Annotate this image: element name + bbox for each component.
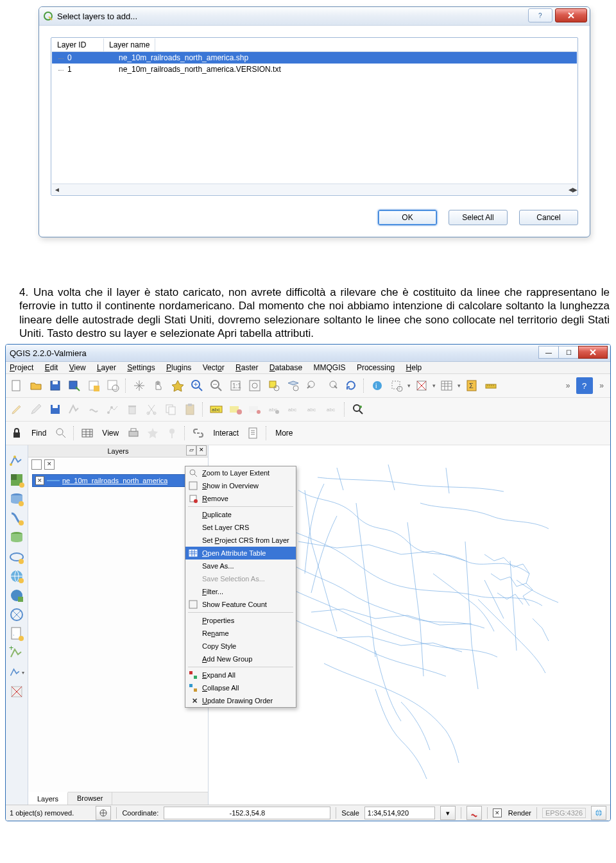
layer-visibility-checkbox[interactable]: ✕ [35, 476, 44, 485]
label-tool2-icon[interactable] [227, 401, 244, 418]
add-wms-icon[interactable] [9, 568, 24, 584]
new-vector-icon[interactable]: + [9, 645, 24, 661]
ctx-rename[interactable]: Rename [185, 627, 296, 640]
menu-database[interactable]: Database [270, 363, 302, 372]
pencil-icon[interactable] [28, 401, 44, 418]
ctx-copy-style[interactable]: Copy Style [185, 640, 296, 653]
add-postgis-icon[interactable] [9, 491, 24, 507]
scroll-left-arrow[interactable]: ◄ [52, 186, 62, 193]
zoom-last-icon[interactable] [304, 377, 321, 394]
help-icon[interactable]: ? [576, 377, 593, 394]
ctx-collapse-all[interactable]: Collapse All [185, 681, 296, 694]
panel-close-button[interactable]: ✕ [196, 445, 207, 456]
add-feature-icon[interactable] [66, 401, 83, 418]
pan-hand-icon[interactable] [150, 377, 167, 394]
menu-mmqgis[interactable]: MMQGIS [314, 363, 346, 372]
menu-edit[interactable]: Edit [45, 363, 58, 372]
label-tool6-icon[interactable]: abc [304, 401, 321, 418]
scale-field[interactable]: 1:34,514,920 [364, 807, 435, 819]
add-raster-icon[interactable] [9, 472, 24, 488]
add-csv-icon[interactable]: , [9, 626, 24, 642]
print-composer-icon[interactable] [85, 377, 102, 394]
zoom-in-icon[interactable] [189, 377, 205, 394]
menu-plugins[interactable]: Plugins [166, 363, 191, 372]
deselect-icon[interactable] [413, 377, 430, 394]
label-tool7-icon[interactable]: abc [323, 401, 340, 418]
tab-browser[interactable]: Browser [68, 792, 112, 805]
save-edits-icon[interactable] [47, 401, 64, 418]
add-wcs-icon[interactable] [9, 588, 24, 603]
open-icon[interactable] [28, 377, 44, 394]
ctx-duplicate[interactable]: Duplicate [185, 508, 296, 521]
layer-row[interactable]: 1 ne_10m_railroads_north_america.VERSION… [52, 64, 577, 75]
close-button[interactable] [555, 8, 587, 22]
ctx-show-overview[interactable]: Show in Overview [185, 479, 296, 492]
panel-toolbar-icon[interactable] [31, 459, 42, 470]
toolbar-overflow[interactable]: » [566, 381, 574, 390]
scale-lock-button[interactable] [466, 806, 482, 820]
label-tool3-icon[interactable] [246, 401, 263, 418]
tab-layers[interactable]: Layers [28, 792, 68, 805]
layer-list[interactable]: Layer ID Layer name 0 ne_10m_railroads_n… [51, 37, 578, 196]
ctx-update-drawing-order[interactable]: ✕Update Drawing Order [185, 694, 296, 707]
print-icon[interactable] [125, 425, 142, 441]
ctx-show-feature-count[interactable]: Show Feature Count [185, 598, 296, 611]
save-icon[interactable] [47, 377, 64, 394]
label-tool5-icon[interactable]: abc [285, 401, 302, 418]
new-project-icon[interactable] [8, 377, 25, 394]
osm-icon[interactable] [350, 401, 366, 418]
select-icon[interactable] [388, 377, 405, 394]
menu-view[interactable]: View [69, 363, 86, 372]
pan-to-selection-icon[interactable] [169, 377, 186, 394]
delete-icon[interactable] [124, 401, 141, 418]
layer-item[interactable]: ✕ ne_10m_railroads_north_america [32, 474, 204, 487]
ctx-set-layer-crs[interactable]: Set Layer CRS [185, 521, 296, 534]
measure-icon[interactable] [483, 377, 499, 394]
help-button[interactable]: ? [528, 8, 552, 22]
menu-vector[interactable]: Vector [203, 363, 225, 372]
ctx-save-as[interactable]: Save As... [185, 560, 296, 572]
link-icon[interactable] [190, 425, 207, 441]
new-shapefile-icon[interactable]: ▾ [9, 665, 24, 680]
add-spatialite-icon[interactable] [9, 511, 24, 526]
menu-project[interactable]: Project [10, 363, 33, 372]
ctx-set-project-crs[interactable]: Set Project CRS from Layer [185, 534, 296, 547]
cancel-button[interactable]: Cancel [519, 210, 578, 225]
table-view-icon[interactable] [79, 425, 96, 441]
field-calc-icon[interactable]: Σ [463, 377, 480, 394]
refresh-icon[interactable] [343, 377, 359, 394]
label-tool4-icon[interactable]: abc [266, 401, 282, 418]
find-search-icon[interactable] [53, 425, 69, 441]
add-wfs-icon[interactable] [9, 607, 24, 622]
pin-icon[interactable] [164, 425, 180, 441]
interact-action-icon[interactable] [245, 425, 262, 441]
ctx-open-attribute-table[interactable]: Open Attribute Table [185, 547, 296, 560]
identify-icon[interactable]: i [369, 377, 386, 394]
menu-help[interactable]: Help [406, 363, 422, 372]
zoom-layer-icon[interactable] [285, 377, 302, 394]
scale-dropdown-button[interactable]: ▾ [440, 806, 456, 820]
maximize-button[interactable]: ☐ [558, 346, 579, 359]
scroll-right-arrow[interactable]: ◄▶ [567, 186, 577, 193]
star-icon[interactable] [144, 425, 161, 441]
pan-icon[interactable] [131, 377, 148, 394]
ctx-add-group[interactable]: Add New Group [185, 653, 296, 665]
remove-layer-icon[interactable] [9, 684, 24, 699]
minimize-button[interactable]: — [538, 346, 559, 359]
close-button[interactable] [578, 346, 608, 359]
paste-icon[interactable] [182, 401, 198, 418]
copy-icon[interactable] [162, 401, 179, 418]
zoom-native-icon[interactable]: 1:1 [227, 377, 244, 394]
ok-button[interactable]: OK [378, 210, 437, 225]
select-all-button[interactable]: Select All [449, 210, 508, 225]
zoom-next-icon[interactable] [323, 377, 340, 394]
save-as-icon[interactable] [66, 377, 83, 394]
render-checkbox[interactable]: ✕ [493, 808, 502, 817]
ctx-filter[interactable]: Filter... [185, 585, 296, 598]
more-label[interactable]: More [271, 429, 296, 438]
panel-undock-button[interactable]: ▱ [186, 445, 196, 456]
composer-manager-icon[interactable] [105, 377, 121, 394]
ctx-zoom-to-layer[interactable]: Zoom to Layer Extent [185, 466, 296, 479]
menu-settings[interactable]: Settings [127, 363, 155, 372]
attribute-table-icon[interactable] [438, 377, 455, 394]
